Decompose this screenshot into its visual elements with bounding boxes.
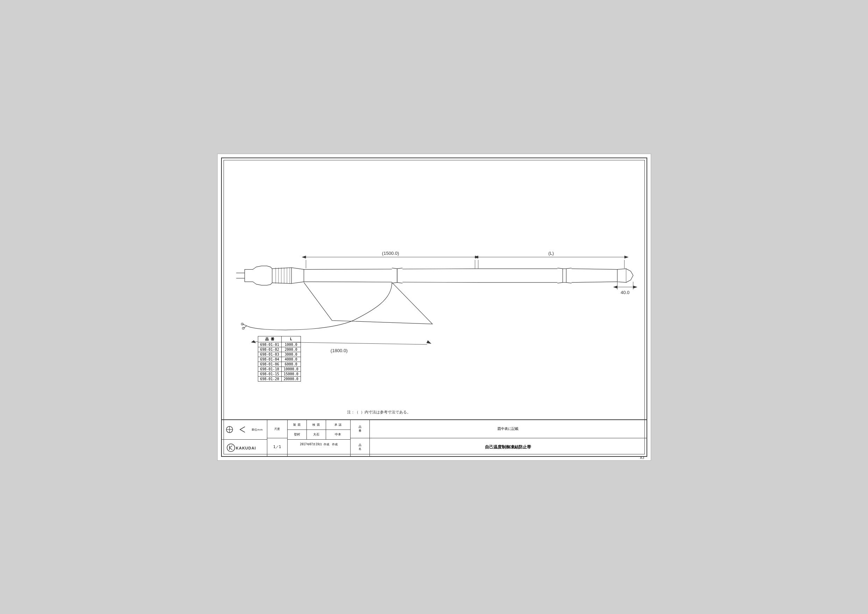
- table-row: 698-01-1010000.0: [258, 367, 301, 372]
- dimensions-table: 品 番 L 698-01-011000.0698-01-022000.0698-…: [258, 336, 301, 382]
- page: (1500.0) (L) 40.0 (1800.0) 品 番 L 698-01-: [217, 154, 651, 461]
- l-value-cell: 4000.0: [281, 357, 301, 362]
- part-number-cell: 698-01-10: [258, 367, 281, 372]
- table-row: 698-01-1515000.0: [258, 372, 301, 376]
- scale-label: 尺度: [267, 420, 287, 438]
- bracket-symbol-icon: [239, 426, 246, 434]
- kenzo-name: 大石: [307, 430, 326, 439]
- shonin-name: 中本: [326, 430, 350, 439]
- svg-text:(1800.0): (1800.0): [330, 348, 347, 353]
- svg-point-22: [242, 327, 244, 329]
- l-value-cell: 2000.0: [281, 347, 301, 352]
- title-values: 図中表に記載 自己温度制御凍結防止帯: [370, 420, 646, 456]
- l-value-cell: 3000.0: [281, 352, 301, 357]
- staff-block: 製 図 検 図 承 認 登村 大石 中本 2017年07月19日 作成 作成: [288, 420, 350, 456]
- seizu-label: 製 図: [288, 420, 307, 429]
- svg-point-48: [227, 444, 235, 452]
- svg-line-18: [571, 269, 617, 269]
- scale-block: 尺度 1／1: [267, 420, 288, 456]
- part-number-cell: 698-01-06: [258, 362, 281, 367]
- part-number-cell: 698-01-03: [258, 352, 281, 357]
- svg-text:(L): (L): [548, 251, 554, 256]
- l-value-cell: 6000.0: [281, 362, 301, 367]
- target-symbol-icon: [226, 426, 233, 434]
- svg-line-19: [571, 281, 617, 282]
- table-row: 698-01-033000.0: [258, 352, 301, 357]
- hinban-hinmei-labels: 品番 品名: [350, 420, 370, 456]
- svg-marker-31: [624, 255, 628, 258]
- note-text: 注：（ ）内寸法は参考寸法である。: [347, 410, 411, 415]
- part-number-cell: 698-01-04: [258, 357, 281, 362]
- part-number-cell: 698-01-01: [258, 342, 281, 347]
- table-row: 698-01-066000.0: [258, 362, 301, 367]
- col1-header: 品 番: [258, 336, 281, 342]
- table-row: 698-01-022000.0: [258, 347, 301, 352]
- part-number-cell: 698-01-20: [258, 376, 281, 381]
- l-value-cell: 10000.0: [281, 367, 301, 372]
- svg-line-10: [304, 269, 476, 269]
- svg-marker-43: [426, 340, 431, 344]
- l-value-cell: 15000.0: [281, 372, 301, 376]
- svg-line-2: [272, 267, 291, 269]
- page-size-label: A3: [640, 456, 644, 460]
- l-value-cell: 20000.0: [281, 376, 301, 381]
- table-row: 698-01-044000.0: [258, 357, 301, 362]
- date-cell: 2017年07月19日 作成 作成: [288, 440, 350, 449]
- svg-text:(1500.0): (1500.0): [382, 251, 399, 256]
- seizu-name: 登村: [288, 430, 307, 439]
- svg-marker-24: [302, 255, 306, 258]
- unit-label: 単位ｍｍ: [251, 428, 263, 432]
- scale-value: 1／1: [267, 438, 287, 456]
- shonin-label: 承 認: [326, 420, 350, 429]
- l-value-cell: 1000.0: [281, 342, 301, 347]
- table-row: 698-01-011000.0: [258, 342, 301, 347]
- logo-area: KAKUDAI: [222, 440, 267, 456]
- hinban-label: 品番: [350, 420, 369, 438]
- col2-header: L: [281, 336, 301, 342]
- part-number-cell: 698-01-15: [258, 372, 281, 376]
- svg-line-11: [304, 281, 476, 282]
- svg-line-3: [272, 283, 291, 283]
- svg-marker-36: [613, 285, 617, 288]
- table-row: 698-01-2020000.0: [258, 376, 301, 381]
- svg-text:KAKUDAI: KAKUDAI: [236, 446, 256, 450]
- hinmei-label: 品名: [350, 438, 369, 456]
- symbol-block: 単位ｍｍ KAKUDAI: [222, 420, 267, 456]
- kakudai-logo-icon: KAKUDAI: [227, 443, 262, 452]
- part-number-value: 図中表に記載: [370, 420, 646, 438]
- title-block: 単位ｍｍ KAKUDAI 尺度 1／1: [222, 420, 646, 456]
- svg-text:40.0: 40.0: [620, 290, 629, 295]
- svg-marker-37: [633, 285, 637, 288]
- part-number-cell: 698-01-02: [258, 347, 281, 352]
- kenzo-label: 検 図: [307, 420, 326, 429]
- product-name-value: 自己温度制御凍結防止帯: [370, 438, 646, 456]
